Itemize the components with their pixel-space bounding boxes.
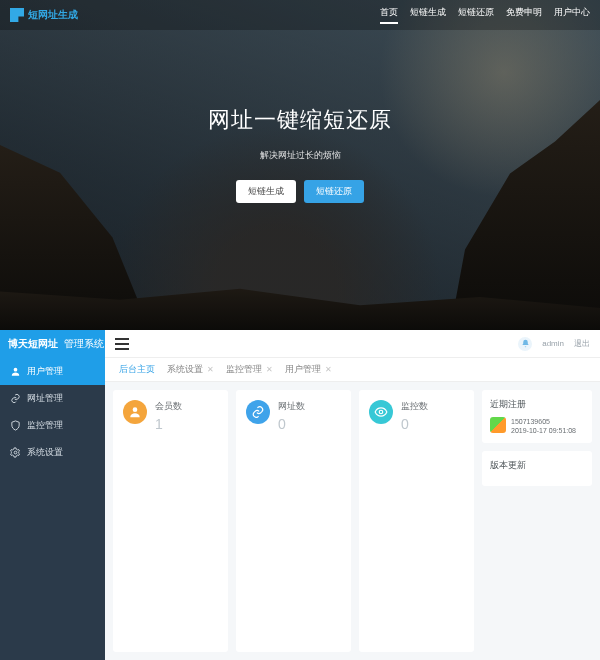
tab-monitor[interactable]: 监控管理 ✕ bbox=[222, 363, 277, 376]
restore-button[interactable]: 短链还原 bbox=[304, 180, 364, 203]
main-area: admin 退出 后台主页 系统设置 ✕ 监控管理 ✕ 用户管理 ✕ bbox=[105, 330, 600, 660]
landing-hero: 短网址生成 首页 短链生成 短链还原 免费申明 用户中心 网址一键缩短还原 解决… bbox=[0, 0, 600, 330]
svg-point-1 bbox=[14, 451, 17, 454]
hero-subtitle: 解决网址过长的烦恼 bbox=[0, 149, 600, 162]
top-navbar: 短网址生成 首页 短链生成 短链还原 免费申明 用户中心 bbox=[0, 0, 600, 30]
sidebar-item-label: 用户管理 bbox=[27, 365, 63, 378]
notification-icon[interactable] bbox=[518, 337, 532, 351]
tab-dashboard[interactable]: 后台主页 bbox=[115, 363, 159, 376]
hero-title: 网址一键缩短还原 bbox=[0, 105, 600, 135]
stat-cards: 会员数 1 网址数 0 bbox=[113, 390, 474, 652]
main-topbar: admin 退出 bbox=[105, 330, 600, 358]
sidebar-item-settings[interactable]: 系统设置 bbox=[0, 439, 105, 466]
topbar-right: admin 退出 bbox=[518, 337, 590, 351]
sidebar-item-urls[interactable]: 网址管理 bbox=[0, 385, 105, 412]
card-value: 0 bbox=[401, 416, 428, 432]
svg-point-2 bbox=[133, 407, 138, 412]
tab-label: 监控管理 bbox=[226, 363, 262, 376]
close-icon[interactable]: ✕ bbox=[207, 365, 214, 374]
tab-label: 系统设置 bbox=[167, 363, 203, 376]
username-label[interactable]: admin bbox=[542, 339, 564, 348]
close-icon[interactable]: ✕ bbox=[266, 365, 273, 374]
brand-text: 短网址生成 bbox=[28, 8, 78, 22]
close-icon[interactable]: ✕ bbox=[325, 365, 332, 374]
sidebar-item-label: 监控管理 bbox=[27, 419, 63, 432]
tab-bar: 后台主页 系统设置 ✕ 监控管理 ✕ 用户管理 ✕ bbox=[105, 358, 600, 382]
card-monitor: 监控数 0 bbox=[359, 390, 474, 652]
user-icon bbox=[10, 366, 21, 377]
sidebar-item-monitor[interactable]: 监控管理 bbox=[0, 412, 105, 439]
content-area: 会员数 1 网址数 0 bbox=[105, 382, 600, 660]
recent-registrations-panel: 近期注册 1507139605 2019-10-17 09:51:08 bbox=[482, 390, 592, 443]
sidebar-brand-main: 博天短网址 bbox=[8, 337, 58, 351]
right-column: 近期注册 1507139605 2019-10-17 09:51:08 版本更新 bbox=[482, 390, 592, 652]
card-value: 0 bbox=[278, 416, 305, 432]
card-urls: 网址数 0 bbox=[236, 390, 351, 652]
sidebar-brand[interactable]: 博天短网址 管理系统 bbox=[0, 330, 105, 358]
brand[interactable]: 短网址生成 bbox=[10, 8, 78, 22]
hero-buttons: 短链生成 短链还原 bbox=[0, 180, 600, 203]
admin-dashboard: 博天短网址 管理系统 用户管理 网址管理 监控管理 系统设置 bbox=[0, 330, 600, 660]
nav-generate[interactable]: 短链生成 bbox=[410, 6, 446, 24]
shield-icon bbox=[10, 420, 21, 431]
avatar-icon bbox=[490, 417, 506, 433]
card-label: 监控数 bbox=[401, 400, 428, 413]
brand-logo-icon bbox=[10, 8, 24, 22]
card-value: 1 bbox=[155, 416, 182, 432]
svg-point-3 bbox=[379, 410, 383, 414]
nav-home[interactable]: 首页 bbox=[380, 6, 398, 24]
tab-settings[interactable]: 系统设置 ✕ bbox=[163, 363, 218, 376]
nav-disclaimer[interactable]: 免费申明 bbox=[506, 6, 542, 24]
hero-content: 网址一键缩短还原 解决网址过长的烦恼 短链生成 短链还原 bbox=[0, 105, 600, 203]
panel-title: 近期注册 bbox=[490, 398, 584, 411]
panel-title: 版本更新 bbox=[490, 459, 584, 472]
primary-nav: 首页 短链生成 短链还原 免费申明 用户中心 bbox=[380, 6, 590, 24]
sidebar-brand-sub: 管理系统 bbox=[64, 337, 104, 351]
tab-users[interactable]: 用户管理 ✕ bbox=[281, 363, 336, 376]
tab-label: 用户管理 bbox=[285, 363, 321, 376]
sidebar: 博天短网址 管理系统 用户管理 网址管理 监控管理 系统设置 bbox=[0, 330, 105, 660]
card-label: 网址数 bbox=[278, 400, 305, 413]
tab-label: 后台主页 bbox=[119, 363, 155, 376]
nav-user-center[interactable]: 用户中心 bbox=[554, 6, 590, 24]
gear-icon bbox=[10, 447, 21, 458]
recent-time: 2019-10-17 09:51:08 bbox=[511, 426, 576, 435]
card-label: 会员数 bbox=[155, 400, 182, 413]
urls-icon bbox=[246, 400, 270, 424]
sidebar-item-users[interactable]: 用户管理 bbox=[0, 358, 105, 385]
nav-restore[interactable]: 短链还原 bbox=[458, 6, 494, 24]
sidebar-item-label: 网址管理 bbox=[27, 392, 63, 405]
monitor-icon bbox=[369, 400, 393, 424]
link-icon bbox=[10, 393, 21, 404]
generate-button[interactable]: 短链生成 bbox=[236, 180, 296, 203]
sidebar-item-label: 系统设置 bbox=[27, 446, 63, 459]
svg-point-0 bbox=[14, 368, 18, 372]
logout-link[interactable]: 退出 bbox=[574, 338, 590, 349]
members-icon bbox=[123, 400, 147, 424]
card-members: 会员数 1 bbox=[113, 390, 228, 652]
recent-item[interactable]: 1507139605 2019-10-17 09:51:08 bbox=[490, 417, 584, 435]
changelog-panel: 版本更新 bbox=[482, 451, 592, 486]
menu-toggle-icon[interactable] bbox=[115, 338, 129, 350]
recent-user-id: 1507139605 bbox=[511, 417, 576, 426]
